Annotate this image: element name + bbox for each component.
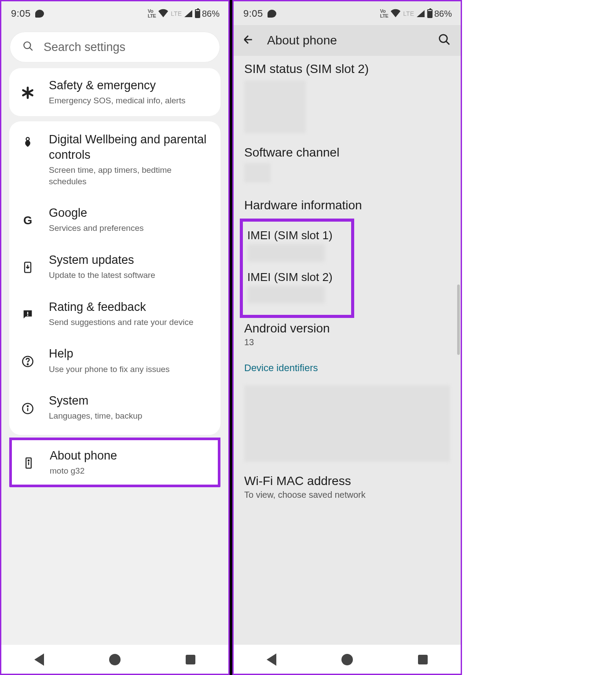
setting-google[interactable]: G Google Services and preferences: [9, 197, 220, 244]
setting-safety-emergency[interactable]: Safety & emergency Emergency SOS, medica…: [9, 68, 220, 116]
appbar-title: About phone: [267, 33, 425, 47]
svg-point-10: [27, 405, 28, 406]
imei2-label: IMEI (SIM slot 2): [247, 270, 347, 284]
imei1-redacted: [247, 244, 325, 262]
about-phone-screen: 9:05 VoLTE LTE 86% About phone SIM stat: [232, 0, 462, 675]
svg-point-0: [24, 42, 30, 48]
sim-status-redacted: [244, 80, 306, 133]
settings-screen: 9:05 VoLTE LTE 86% Search settings: [0, 0, 230, 675]
download-phone-icon: [20, 261, 36, 274]
safety-subtitle: Emergency SOS, medical info, alerts: [49, 95, 185, 106]
safety-title: Safety & emergency: [49, 78, 185, 93]
setting-help[interactable]: Help Use your phone to fix any issues: [9, 338, 220, 385]
google-icon: G: [20, 214, 36, 227]
status-time: 9:05: [243, 8, 263, 19]
wifi-icon: [391, 8, 400, 20]
search-settings[interactable]: Search settings: [10, 32, 220, 62]
setting-digital-wellbeing[interactable]: Digital Wellbeing and parental controls …: [9, 121, 220, 197]
search-placeholder: Search settings: [44, 40, 125, 54]
wifi-mac-item[interactable]: Wi-Fi MAC address To view, choose saved …: [234, 468, 461, 506]
setting-system-updates[interactable]: System updates Update to the latest soft…: [9, 244, 220, 292]
status-bar: 9:05 VoLTE LTE 86%: [234, 1, 461, 25]
wifi-icon: [158, 8, 168, 20]
app-bar: About phone: [234, 25, 461, 56]
asterisk-icon: [20, 87, 36, 99]
volte-icon: VoLTE: [380, 9, 388, 18]
battery-indicator: 86%: [427, 9, 452, 19]
software-channel-label: Software channel: [244, 146, 450, 160]
navigation-bar: [1, 645, 228, 674]
svg-line-15: [446, 41, 450, 45]
sim-status-label: SIM status (SIM slot 2): [244, 62, 450, 76]
about-phone-highlight: About phone moto g32: [9, 438, 220, 487]
battery-percent: 86%: [434, 9, 452, 19]
android-version-value: 13: [244, 337, 450, 347]
updates-subtitle: Update to the latest software: [49, 270, 155, 281]
lte-label: LTE: [171, 10, 182, 17]
battery-percent: 86%: [202, 9, 220, 19]
about-content[interactable]: SIM status (SIM slot 2) Software channel…: [234, 56, 461, 645]
search-button[interactable]: [438, 33, 451, 48]
back-button[interactable]: [242, 33, 255, 48]
info-icon: [20, 402, 36, 415]
rating-title: Rating & feedback: [49, 299, 194, 315]
nav-back-button[interactable]: [263, 651, 280, 668]
updates-title: System updates: [49, 252, 155, 268]
nav-home-button[interactable]: [106, 651, 124, 668]
wellbeing-subtitle: Screen time, app timers, bedtime schedul…: [49, 164, 210, 187]
google-subtitle: Services and preferences: [49, 223, 143, 234]
imei-highlight-box: IMEI (SIM slot 1) IMEI (SIM slot 2): [240, 219, 354, 318]
help-icon: [20, 355, 36, 368]
notification-chat-icon: [35, 10, 44, 18]
svg-point-7: [27, 364, 28, 365]
nav-recent-button[interactable]: [414, 651, 432, 668]
svg-point-13: [28, 460, 29, 461]
android-version-item[interactable]: Android version 13: [234, 318, 461, 354]
wellbeing-icon: [20, 135, 36, 148]
lte-label: LTE: [403, 10, 414, 17]
software-channel-item[interactable]: Software channel: [234, 139, 461, 189]
hardware-info-header: Hardware information: [234, 189, 461, 216]
device-identifiers-link[interactable]: Device identifiers: [234, 354, 461, 380]
status-time: 9:05: [11, 8, 31, 19]
wifi-mac-value: To view, choose saved network: [244, 490, 450, 500]
setting-system[interactable]: System Languages, time, backup: [9, 385, 220, 432]
android-version-label: Android version: [244, 321, 450, 336]
help-subtitle: Use your phone to fix any issues: [49, 364, 170, 375]
software-channel-redacted: [244, 163, 271, 182]
svg-line-1: [29, 47, 33, 51]
imei1-label: IMEI (SIM slot 1): [247, 229, 347, 242]
feedback-icon: [20, 308, 36, 321]
svg-rect-4: [27, 312, 28, 314]
notification-chat-icon: [268, 10, 276, 18]
imei-slot2-item[interactable]: IMEI (SIM slot 2): [247, 268, 347, 310]
nav-recent-button[interactable]: [182, 651, 199, 668]
device-identifiers-item[interactable]: [234, 380, 461, 468]
search-icon: [22, 40, 34, 54]
about-title: About phone: [50, 448, 117, 463]
system-subtitle: Languages, time, backup: [49, 410, 142, 422]
imei-slot1-item[interactable]: IMEI (SIM slot 1): [247, 226, 347, 268]
scrollbar-thumb[interactable]: [457, 285, 460, 355]
nav-home-button[interactable]: [338, 651, 356, 668]
system-title: System: [49, 393, 142, 409]
imei2-redacted: [247, 286, 325, 303]
status-bar: 9:05 VoLTE LTE 86%: [1, 1, 228, 25]
setting-about-phone[interactable]: About phone moto g32: [12, 440, 218, 485]
svg-point-14: [440, 35, 447, 43]
nav-back-button[interactable]: [30, 651, 48, 668]
signal-icon: [184, 10, 192, 17]
signal-icon: [417, 10, 425, 17]
wellbeing-title: Digital Wellbeing and parental controls: [49, 132, 210, 163]
rating-subtitle: Send suggestions and rate your device: [49, 317, 194, 328]
svg-point-2: [26, 137, 29, 140]
device-identifiers-redacted: [244, 385, 450, 462]
whitespace: [462, 0, 616, 675]
setting-rating-feedback[interactable]: Rating & feedback Send suggestions and r…: [9, 292, 220, 339]
help-title: Help: [49, 346, 170, 361]
sim-status-item[interactable]: SIM status (SIM slot 2): [234, 56, 461, 139]
wifi-mac-label: Wi-Fi MAC address: [244, 474, 450, 488]
google-title: Google: [49, 205, 143, 221]
battery-indicator: 86%: [195, 9, 220, 19]
about-subtitle: moto g32: [50, 465, 117, 477]
